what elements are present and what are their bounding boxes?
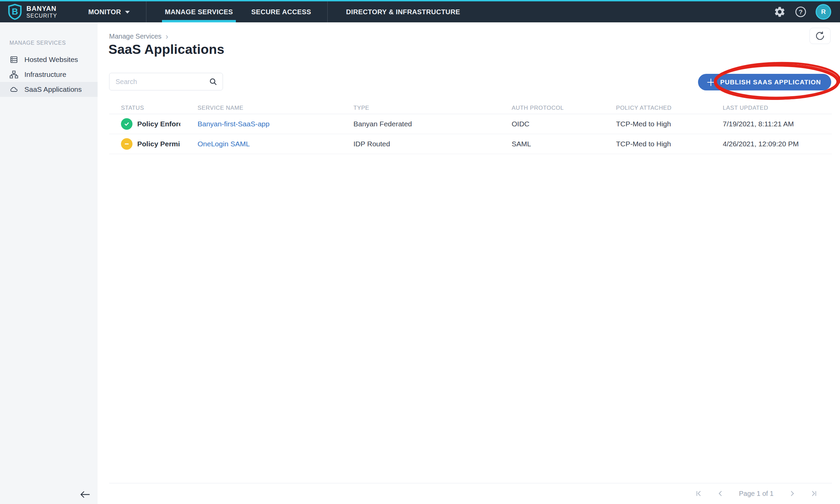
chevron-right-icon <box>788 490 796 497</box>
status-cell: Policy Enforcing <box>109 114 198 134</box>
sidebar-item-label: Hosted Websites <box>24 56 78 64</box>
sidebar-item-hosted-websites[interactable]: Hosted Websites <box>0 52 97 67</box>
sidebar: MANAGE SERVICES Hosted Websites Infrastr… <box>0 22 97 504</box>
brand-text: BANYAN SECURITY <box>26 5 57 19</box>
saas-applications-table: STATUS SERVICE NAME TYPE AUTH PROTOCOL P… <box>109 102 832 154</box>
avatar-initial: R <box>821 8 826 16</box>
page-title: SaaS Applications <box>108 42 224 57</box>
last-page-button[interactable] <box>808 488 820 499</box>
service-name-cell: OneLogin SAML <box>198 134 353 154</box>
table-row[interactable]: Policy Permissive OneLogin SAML IDP Rout… <box>109 134 832 154</box>
sidebar-item-label: Infrastructure <box>24 70 67 78</box>
service-name-cell: Banyan-first-SaaS-app <box>198 114 353 134</box>
main-content: Manage Services › SaaS Applications PUBL… <box>97 22 840 504</box>
sidebar-item-infrastructure[interactable]: Infrastructure <box>0 67 97 82</box>
publish-saas-application-button[interactable]: PUBLISH SAAS APPLICATION <box>698 74 831 90</box>
chevron-down-icon <box>125 11 130 14</box>
previous-page-button[interactable] <box>715 488 726 499</box>
sidebar-section-label: MANAGE SERVICES <box>10 40 97 46</box>
type-cell: IDP Routed <box>353 134 512 154</box>
left-arrow-icon <box>79 488 91 501</box>
service-name-link[interactable]: OneLogin SAML <box>198 140 250 148</box>
breadcrumb-link-manage-services[interactable]: Manage Services <box>109 33 162 40</box>
network-icon <box>10 70 18 79</box>
policy-attached-cell: TCP-Med to High <box>616 114 723 134</box>
gear-icon <box>773 6 786 18</box>
tab-label: MANAGE SERVICES <box>165 8 233 16</box>
user-avatar[interactable]: R <box>816 4 831 20</box>
policy-attached-cell: TCP-Med to High <box>616 134 723 154</box>
service-name-link[interactable]: Banyan-first-SaaS-app <box>198 120 269 128</box>
column-header-policy-attached[interactable]: POLICY ATTACHED <box>616 102 723 114</box>
status-permissive-icon <box>121 138 132 150</box>
column-header-service-name[interactable]: SERVICE NAME <box>198 102 353 114</box>
sidebar-item-label: SaaS Applications <box>24 85 82 93</box>
first-page-icon <box>695 490 702 497</box>
nav-divider <box>146 1 146 22</box>
auth-protocol-cell: SAML <box>512 134 616 154</box>
last-page-icon <box>810 490 818 497</box>
svg-text:B: B <box>12 7 18 16</box>
publish-button-label: PUBLISH SAAS APPLICATION <box>720 78 821 86</box>
help-icon: ? <box>794 6 807 18</box>
refresh-icon <box>815 31 825 41</box>
page-indicator: Page 1 of 1 <box>739 490 773 498</box>
tab-directory-infrastructure[interactable]: DIRECTORY & INFRASTRUCTURE <box>346 1 460 22</box>
top-navbar: B BANYAN SECURITY MONITOR MANAGE SERVICE… <box>0 0 840 22</box>
server-icon <box>10 55 18 64</box>
status-label: Policy Permissive <box>137 140 180 148</box>
tab-label: SECURE ACCESS <box>251 8 311 16</box>
collapse-sidebar-button[interactable] <box>79 488 91 501</box>
status-enforcing-icon <box>121 118 132 130</box>
last-updated-cell: 4/26/2021, 12:09:20 PM <box>723 134 832 154</box>
table-header-row: STATUS SERVICE NAME TYPE AUTH PROTOCOL P… <box>109 102 832 114</box>
status-cell: Policy Permissive <box>109 134 198 154</box>
nav-item-monitor[interactable]: MONITOR <box>88 1 130 22</box>
table-row[interactable]: Policy Enforcing Banyan-first-SaaS-app B… <box>109 114 832 134</box>
brand-logo[interactable]: B BANYAN SECURITY <box>7 4 57 20</box>
search-box <box>109 73 223 90</box>
shield-logo-icon: B <box>7 4 22 20</box>
column-header-type[interactable]: TYPE <box>353 102 512 114</box>
help-button[interactable]: ? <box>794 6 807 18</box>
column-header-last-updated[interactable]: LAST UPDATED <box>723 102 832 114</box>
first-page-button[interactable] <box>693 488 704 499</box>
tab-manage-services[interactable]: MANAGE SERVICES <box>165 1 233 22</box>
nav-divider <box>327 1 328 22</box>
auth-protocol-cell: OIDC <box>512 114 616 134</box>
status-label: Policy Enforcing <box>137 120 180 128</box>
breadcrumb: Manage Services › <box>109 33 168 40</box>
column-header-status[interactable]: STATUS <box>109 102 198 114</box>
tab-label: DIRECTORY & INFRASTRUCTURE <box>346 8 460 16</box>
cloud-icon <box>10 85 18 94</box>
tab-secure-access[interactable]: SECURE ACCESS <box>251 1 311 22</box>
breadcrumb-chevron-icon: › <box>166 33 168 40</box>
sidebar-item-saas-applications[interactable]: SaaS Applications <box>0 82 97 97</box>
plus-icon <box>706 77 716 87</box>
settings-button[interactable] <box>773 6 786 18</box>
chevron-left-icon <box>717 490 724 497</box>
nav-monitor-label: MONITOR <box>88 8 121 16</box>
last-updated-cell: 7/19/2021, 8:11:21 AM <box>723 114 832 134</box>
svg-text:?: ? <box>799 8 802 16</box>
pagination: Page 1 of 1 <box>693 486 820 501</box>
table-footer-divider <box>109 483 832 483</box>
search-input[interactable] <box>109 73 223 90</box>
type-cell: Banyan Federated <box>353 114 512 134</box>
refresh-button[interactable] <box>809 28 830 44</box>
next-page-button[interactable] <box>786 488 798 499</box>
column-header-auth-protocol[interactable]: AUTH PROTOCOL <box>512 102 616 114</box>
